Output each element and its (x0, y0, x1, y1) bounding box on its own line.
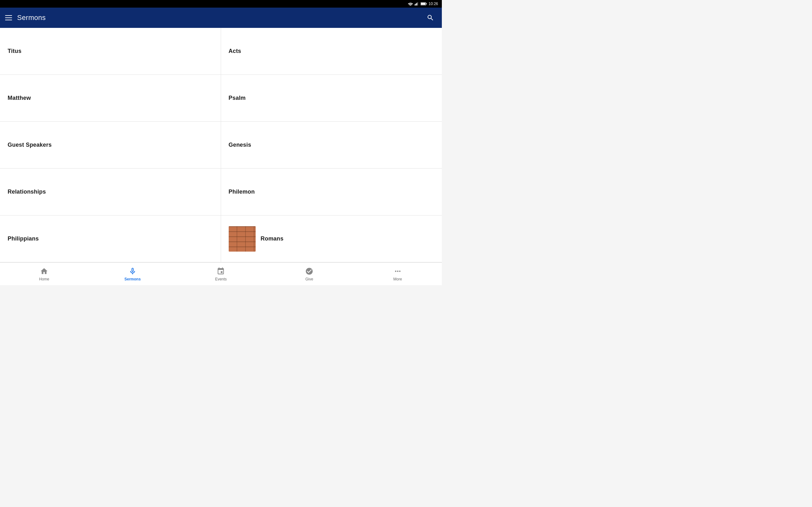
mic-icon (128, 267, 137, 276)
sermon-title: Romans (261, 235, 284, 242)
app-bar-title: Sermons (17, 14, 46, 22)
sermon-title: Guest Speakers (8, 142, 52, 148)
grid-cell-guest-speakers[interactable]: Guest Speakers (0, 122, 221, 169)
hamburger-menu-button[interactable] (5, 15, 12, 20)
grid-cell-acts[interactable]: Acts (221, 28, 442, 75)
signal-icon (415, 2, 419, 6)
grid-cell-relationships[interactable]: Relationships (0, 169, 221, 216)
svg-rect-3 (417, 2, 418, 6)
svg-rect-2 (416, 3, 417, 5)
sermon-title: Philemon (229, 188, 255, 195)
clock: 10:26 (428, 2, 438, 6)
nav-label-home: Home (39, 277, 49, 281)
nav-label-sermons: Sermons (124, 277, 141, 281)
wifi-icon (408, 2, 413, 6)
nav-item-give[interactable]: Give (265, 264, 354, 284)
search-icon (426, 14, 434, 21)
svg-rect-5 (421, 3, 425, 5)
nav-label-give: Give (305, 277, 313, 281)
grid-cell-matthew[interactable]: Matthew (0, 75, 221, 122)
nav-label-events: Events (215, 277, 227, 281)
grid-cell-titus[interactable]: Titus (0, 28, 221, 75)
nav-label-more: More (393, 277, 402, 281)
nav-item-more[interactable]: More (353, 264, 442, 284)
sermon-title: Relationships (8, 188, 46, 195)
brick-image (229, 226, 256, 251)
bottom-navigation: Home Sermons Events Give Mor (0, 262, 442, 285)
give-icon (305, 267, 314, 276)
grid-cell-genesis[interactable]: Genesis (221, 122, 442, 169)
svg-rect-6 (426, 3, 426, 4)
status-icons: 10:26 (408, 2, 438, 6)
events-icon (216, 267, 225, 276)
app-bar: Sermons (0, 8, 442, 28)
svg-rect-0 (415, 4, 415, 6)
sermon-thumbnail (229, 226, 256, 251)
sermon-title: Acts (229, 48, 241, 55)
sermon-title: Genesis (229, 142, 251, 148)
sermons-grid: TitusActsMatthewPsalmGuest SpeakersGenes… (0, 28, 442, 262)
nav-item-sermons[interactable]: Sermons (89, 264, 177, 284)
grid-cell-psalm[interactable]: Psalm (221, 75, 442, 122)
grid-cell-romans[interactable]: Romans (221, 216, 442, 262)
svg-rect-1 (415, 3, 416, 5)
status-bar: 10:26 (0, 0, 442, 8)
sermon-title: Matthew (8, 95, 31, 101)
sermon-title: Titus (8, 48, 21, 55)
home-icon (40, 267, 49, 276)
search-button[interactable] (424, 11, 437, 24)
nav-item-home[interactable]: Home (0, 264, 89, 284)
battery-icon (420, 2, 427, 6)
sermon-title: Psalm (229, 95, 246, 101)
sermon-title: Philippians (8, 235, 39, 242)
grid-cell-philippians[interactable]: Philippians (0, 216, 221, 262)
app-bar-left: Sermons (5, 14, 46, 22)
grid-cell-philemon[interactable]: Philemon (221, 169, 442, 216)
nav-item-events[interactable]: Events (177, 264, 265, 284)
more-icon (393, 267, 402, 276)
